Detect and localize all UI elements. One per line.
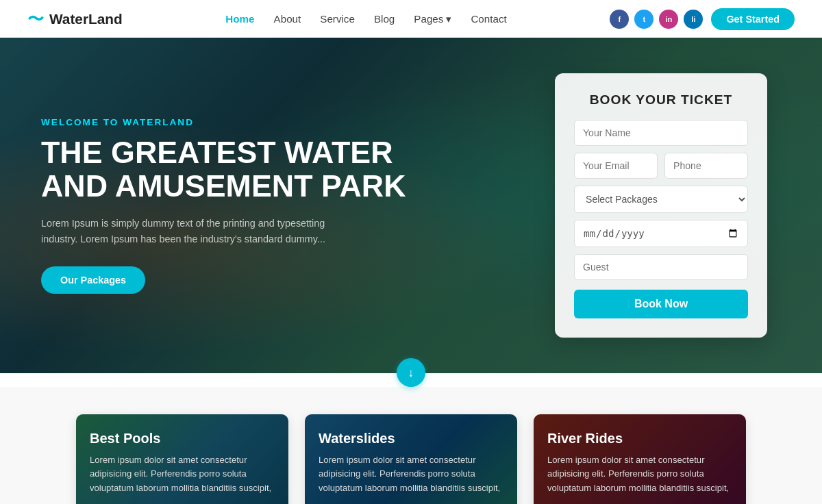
book-now-button[interactable]: Book Now [574, 290, 748, 318]
email-phone-row [574, 153, 748, 186]
hero-description: Lorem Ipsum is simply dummy text of the … [41, 216, 342, 247]
logo-text: WaterLand [49, 11, 123, 27]
hero-section: WELCOME TO WATERLAND THE GREATEST WATER … [0, 38, 822, 373]
scroll-indicator: ↓ [0, 358, 822, 387]
card-waterslides: Waterslides Lorem ipsum dolor sit amet c… [305, 414, 517, 504]
nav-service[interactable]: Service [320, 13, 355, 25]
card-title-2: Waterslides [319, 431, 503, 446]
cards-section: Best Pools Lorem ipsum dolor sit amet co… [0, 387, 822, 504]
chevron-down-icon: ▾ [446, 13, 451, 25]
name-input[interactable] [574, 120, 748, 146]
nav-contact[interactable]: Contact [471, 13, 506, 25]
linkedin-icon[interactable]: li [684, 10, 703, 29]
instagram-icon[interactable]: in [659, 10, 678, 29]
card-content-2: Waterslides Lorem ipsum dolor sit amet c… [305, 414, 517, 504]
nav-blog[interactable]: Blog [374, 13, 395, 25]
nav-links: Home About Service Blog Pages ▾ Contact [225, 13, 506, 25]
card-desc-3: Lorem ipsum dolor sit amet consectetur a… [547, 453, 732, 495]
twitter-icon[interactable]: t [634, 10, 653, 29]
hero-content: WELCOME TO WATERLAND THE GREATEST WATER … [0, 117, 411, 294]
card-river-rides: River Rides Lorem ipsum dolor sit amet c… [534, 414, 746, 504]
package-select[interactable]: Select Packages Basic Package Premium Pa… [574, 186, 748, 213]
card-desc-1: Lorem ipsum dolor sit amet consectetur a… [90, 453, 275, 495]
phone-input[interactable] [664, 153, 748, 179]
social-links: f t in li [610, 10, 703, 29]
facebook-icon[interactable]: f [610, 10, 629, 29]
booking-title: BOOK YOUR TICKET [574, 92, 748, 108]
nav-home[interactable]: Home [225, 13, 254, 25]
hero-title: THE GREATEST WATER AND AMUSEMENT PARK [41, 136, 411, 203]
navbar: 〜 WaterLand Home About Service Blog Page… [0, 0, 822, 38]
logo-icon: 〜 [27, 8, 44, 30]
card-title-3: River Rides [547, 431, 732, 446]
hero-subtitle: WELCOME TO WATERLAND [41, 117, 411, 127]
packages-button[interactable]: Our Packages [41, 266, 145, 294]
nav-about[interactable]: About [274, 13, 301, 25]
guest-input[interactable] [574, 254, 748, 280]
date-input[interactable] [574, 220, 748, 247]
scroll-down-button[interactable]: ↓ [397, 358, 425, 387]
nav-pages[interactable]: Pages ▾ [414, 13, 451, 25]
card-title-1: Best Pools [90, 431, 275, 446]
card-content-1: Best Pools Lorem ipsum dolor sit amet co… [76, 414, 288, 504]
card-desc-2: Lorem ipsum dolor sit amet consectetur a… [319, 453, 503, 495]
logo[interactable]: 〜 WaterLand [27, 8, 123, 30]
card-content-3: River Rides Lorem ipsum dolor sit amet c… [534, 414, 746, 504]
get-started-button[interactable]: Get Started [711, 8, 795, 30]
booking-form: BOOK YOUR TICKET Select Packages Basic P… [555, 73, 767, 338]
email-input[interactable] [574, 153, 658, 179]
card-best-pools: Best Pools Lorem ipsum dolor sit amet co… [76, 414, 288, 504]
